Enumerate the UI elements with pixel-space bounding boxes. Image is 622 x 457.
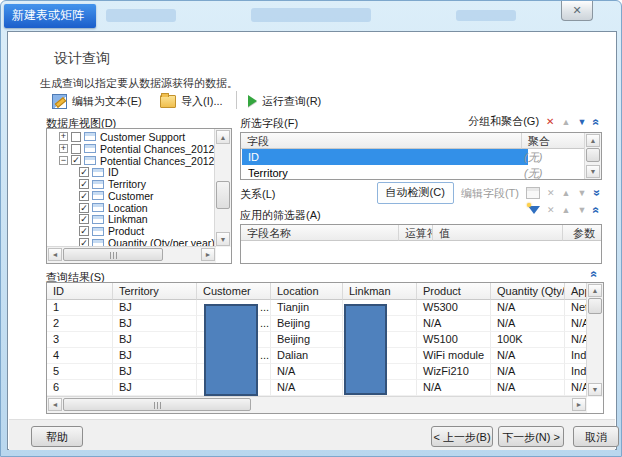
results-cell: Indu	[565, 348, 587, 364]
tree-item-label: Potential Chances_201204	[100, 143, 226, 155]
database-view-tree[interactable]: +Customer Support+Potential Chances_2012…	[46, 128, 232, 264]
tree-checkbox[interactable]: ✓	[79, 179, 89, 189]
add-relationship-icon[interactable]	[526, 187, 540, 199]
tree-item[interactable]: ✓Customer	[47, 190, 215, 202]
scroll-left-icon[interactable]: ◄	[48, 398, 62, 411]
selected-field-row[interactable]: Territory(无)	[242, 165, 602, 180]
scroll-right-icon[interactable]: ►	[201, 248, 215, 261]
run-query-button[interactable]: 运行查询(R)	[248, 92, 321, 110]
next-button[interactable]: 下一步(N) >	[498, 426, 564, 447]
scroll-left-icon[interactable]: ◄	[48, 248, 62, 261]
tree-scroll-thumb[interactable]	[216, 181, 230, 209]
move-up-icon[interactable]: ▲	[561, 205, 570, 215]
results-cell: 2	[47, 316, 113, 332]
results-hscroll-thumb[interactable]	[63, 398, 251, 411]
aggregate-cell[interactable]: (无)	[524, 149, 584, 165]
tree-vertical-scrollbar[interactable]: ▲ ▼	[214, 129, 231, 247]
results-scroll-thumb[interactable]	[588, 298, 602, 314]
tree-checkbox[interactable]: ✓	[79, 167, 89, 177]
collapse-filters-icon[interactable]: «	[590, 207, 604, 214]
cancel-button[interactable]: 取消	[573, 426, 619, 447]
tree-checkbox[interactable]: ✓	[79, 214, 89, 224]
back-button[interactable]: < 上一步(B)	[431, 426, 493, 447]
tree-checkbox[interactable]	[71, 144, 81, 154]
scroll-up-icon[interactable]: ▲	[586, 134, 600, 147]
scroll-down-icon[interactable]: ▼	[586, 165, 600, 178]
tree-item[interactable]: ✓Linkman	[47, 214, 215, 226]
results-cell: 3	[47, 332, 113, 348]
move-down-icon[interactable]: ▼	[577, 205, 586, 215]
edit-fields-button[interactable]: 编辑字段(T)	[461, 186, 519, 201]
title-bar[interactable]: 新建表或矩阵 ✕	[1, 1, 622, 31]
fields-vertical-scrollbar[interactable]: ▲ ▼	[584, 133, 601, 179]
fields-scroll-thumb[interactable]	[586, 148, 600, 162]
tree-checkbox[interactable]: ✓	[71, 155, 81, 165]
move-up-icon[interactable]: ▲	[561, 188, 570, 198]
results-column-header: Territory	[113, 283, 197, 300]
autodetect-button[interactable]: 自动检测(C)	[377, 182, 454, 204]
move-up-icon[interactable]: ▲	[561, 117, 570, 127]
help-button[interactable]: 帮助	[31, 426, 83, 447]
results-cell: BJ	[113, 348, 197, 364]
results-cell: N/A	[417, 380, 491, 396]
scroll-up-icon[interactable]: ▲	[216, 130, 230, 144]
expand-relationships-icon[interactable]: «	[590, 190, 604, 197]
import-button[interactable]: 导入(I)...	[160, 92, 223, 110]
results-cell: WizFi210	[417, 364, 491, 380]
tree-expander-icon[interactable]: +	[59, 144, 68, 153]
tree-item-label: Location	[108, 202, 148, 214]
scroll-right-icon[interactable]: ►	[572, 398, 586, 411]
tree-checkbox[interactable]	[71, 132, 81, 142]
results-column-header: Linkman	[343, 283, 417, 300]
results-vertical-scrollbar[interactable]: ▲ ▼	[586, 283, 603, 397]
scroll-down-icon[interactable]: ▼	[588, 383, 602, 396]
scroll-up-icon[interactable]: ▲	[588, 284, 602, 297]
results-cell: W5300	[417, 300, 491, 316]
tree-item[interactable]: +Potential Chances_201204	[47, 143, 215, 155]
delete-field-icon[interactable]: ✕	[546, 117, 554, 127]
table-row[interactable]: 5BJN/AWizFi210N/AIndu	[47, 364, 587, 380]
tree-item[interactable]: ✓Location	[47, 202, 215, 214]
applied-filters-table[interactable]: 字段名称运算符值参数	[240, 224, 602, 264]
edit-as-text-label: 编辑为文本(E)	[72, 94, 142, 109]
tree-item[interactable]: −✓Potential Chances_201205	[47, 155, 215, 167]
delete-filter-icon[interactable]: ✕	[547, 205, 555, 215]
tree-checkbox[interactable]: ✓	[79, 226, 89, 236]
tree-item[interactable]: ✓Product	[47, 225, 215, 237]
tree-item[interactable]: ✓ID	[47, 166, 215, 178]
table-row[interactable]: 2BJ...BeijingN/AN/AN/A	[47, 316, 587, 332]
import-folder-icon	[160, 95, 176, 108]
close-icon: ✕	[572, 4, 581, 16]
close-button[interactable]: ✕	[561, 1, 593, 21]
table-row[interactable]: 3BJBeijingW5100100KN/A	[47, 332, 587, 348]
filter-icon[interactable]	[528, 206, 540, 214]
query-results-table[interactable]: IDTerritoryCustomerLocationLinkmanProduc…	[46, 282, 604, 414]
tree-checkbox[interactable]: ✓	[79, 203, 89, 213]
tree-horizontal-scrollbar[interactable]: ◄ ►	[47, 246, 216, 263]
results-horizontal-scrollbar[interactable]: ◄ ►	[47, 396, 587, 413]
field-name-cell: Territory	[242, 165, 528, 180]
tree-item-label: Potential Chances_201205	[100, 155, 226, 167]
move-down-icon[interactable]: ▼	[577, 188, 586, 198]
selected-field-row[interactable]: ID(无)	[242, 149, 602, 165]
tree-hscroll-thumb[interactable]	[63, 248, 163, 261]
delete-relationship-icon[interactable]: ✕	[547, 188, 555, 198]
tree-item[interactable]: +Customer Support	[47, 131, 215, 143]
collapse-results-icon[interactable]: «	[588, 271, 602, 278]
table-row[interactable]: 4BJ...DalianWiFi moduleN/AIndu	[47, 348, 587, 364]
tree-expander-icon[interactable]: −	[59, 156, 68, 165]
move-down-icon[interactable]: ▼	[577, 117, 586, 127]
collapse-fields-icon[interactable]: «	[590, 118, 604, 125]
table-icon	[84, 144, 96, 153]
results-cell: N/A	[565, 332, 587, 348]
table-row[interactable]: 1BJ...TianjinW5300N/ANetw	[47, 300, 587, 316]
scroll-down-icon[interactable]: ▼	[216, 232, 230, 246]
table-row[interactable]: 6BJN/AN/AN/AN/A	[47, 380, 587, 396]
aggregate-cell[interactable]: (无)	[524, 165, 584, 180]
tree-expander-icon[interactable]: +	[59, 132, 68, 141]
edit-as-text-button[interactable]: 编辑为文本(E)	[52, 92, 142, 110]
tree-checkbox[interactable]: ✓	[79, 191, 89, 201]
selected-fields-table[interactable]: 字段 聚合 ID(无)Territory(无) ▲ ▼	[240, 132, 602, 180]
page-title: 设计查询	[54, 50, 110, 68]
tree-item[interactable]: ✓Territory	[47, 178, 215, 190]
